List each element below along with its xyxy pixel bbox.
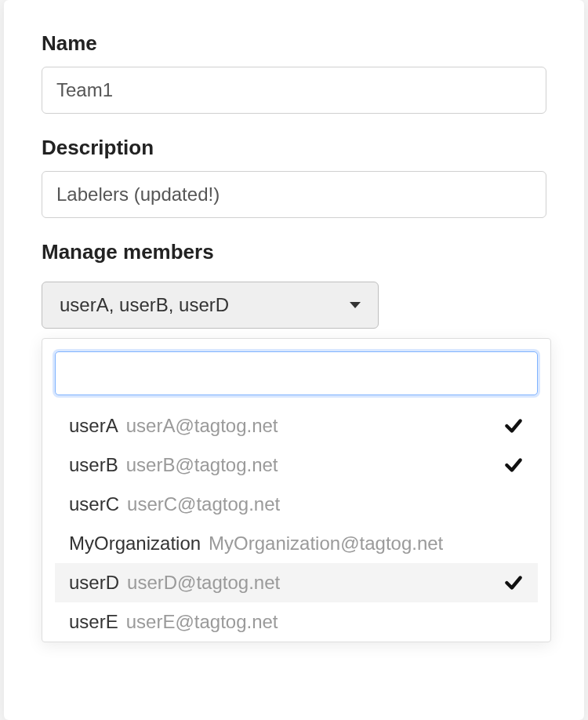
- member-option-left: userDuserD@tagtog.net: [69, 572, 280, 594]
- description-field-group: Description: [42, 136, 546, 218]
- members-option-list: userAuserA@tagtog.netuserBuserB@tagtog.n…: [55, 406, 538, 642]
- description-input[interactable]: [42, 171, 546, 218]
- member-option-email: userB@tagtog.net: [126, 454, 278, 476]
- description-label: Description: [42, 136, 546, 160]
- member-option-left: userCuserC@tagtog.net: [69, 493, 280, 515]
- members-dropdown-toggle[interactable]: userA, userB, userD: [42, 282, 379, 329]
- member-option[interactable]: userDuserD@tagtog.net: [55, 563, 538, 602]
- member-option-name: userD: [69, 572, 119, 594]
- member-option-name: MyOrganization: [69, 533, 201, 555]
- members-dropdown-summary: userA, userB, userD: [60, 294, 229, 316]
- member-option-name: userA: [69, 415, 118, 437]
- members-search-input[interactable]: [55, 351, 538, 395]
- member-option-name: userC: [69, 493, 119, 515]
- members-dropdown-panel: userAuserA@tagtog.netuserBuserB@tagtog.n…: [42, 338, 551, 642]
- member-option-left: userEuserE@tagtog.net: [69, 611, 278, 633]
- caret-down-icon: [350, 302, 361, 308]
- member-option-left: userBuserB@tagtog.net: [69, 454, 278, 476]
- member-option-email: userC@tagtog.net: [127, 493, 280, 515]
- member-option-name: userB: [69, 454, 118, 476]
- name-field-group: Name: [42, 31, 546, 114]
- edit-team-modal: Name Description Manage members userA, u…: [4, 0, 584, 720]
- member-option[interactable]: userCuserC@tagtog.net: [55, 485, 538, 524]
- members-dropdown: userA, userB, userD userAuserA@tagtog.ne…: [42, 282, 546, 329]
- name-label: Name: [42, 31, 546, 56]
- member-option-email: MyOrganization@tagtog.net: [209, 533, 443, 555]
- members-field-group: Manage members userA, userB, userD userA…: [42, 240, 546, 329]
- member-option-email: userA@tagtog.net: [126, 415, 278, 437]
- member-option[interactable]: MyOrganizationMyOrganization@tagtog.net: [55, 524, 538, 563]
- member-option[interactable]: userAuserA@tagtog.net: [55, 406, 538, 445]
- member-option[interactable]: userBuserB@tagtog.net: [55, 445, 538, 485]
- member-option-email: userE@tagtog.net: [126, 611, 278, 633]
- check-icon: [503, 416, 524, 436]
- members-label: Manage members: [42, 240, 546, 264]
- member-option-email: userD@tagtog.net: [127, 572, 280, 594]
- member-option-name: userE: [69, 611, 118, 633]
- check-icon: [503, 573, 524, 593]
- name-input[interactable]: [42, 67, 546, 114]
- check-icon: [503, 455, 524, 475]
- member-option-left: MyOrganizationMyOrganization@tagtog.net: [69, 533, 443, 555]
- member-option-left: userAuserA@tagtog.net: [69, 415, 278, 437]
- member-option[interactable]: userEuserE@tagtog.net: [55, 602, 538, 642]
